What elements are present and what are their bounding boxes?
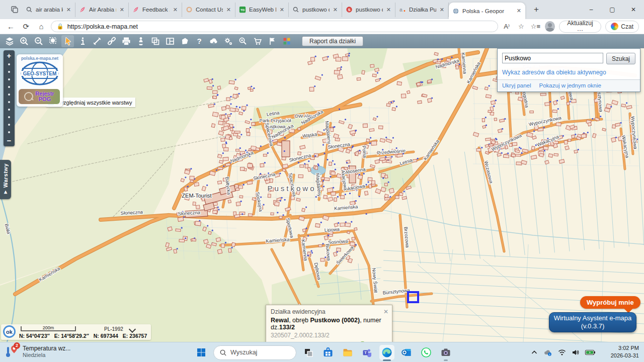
favorites-bar-icon[interactable]: ☆≡ — [530, 21, 541, 32]
tab-close-icon[interactable]: ✕ — [173, 7, 178, 13]
browser-tab[interactable]: Polska - Geopor ✕ — [449, 3, 525, 19]
cloud-upload-tool[interactable] — [207, 35, 220, 47]
favorite-star-icon[interactable]: ☆ — [516, 21, 526, 32]
read-aloud-icon[interactable]: A⁾ — [502, 21, 512, 32]
copy-map-tool[interactable] — [149, 35, 162, 47]
tab-close-icon[interactable]: ✕ — [516, 8, 522, 14]
browser-tab[interactable]: TD EasyWeb Login ✕ — [235, 3, 289, 17]
tab-actions-icon[interactable] — [7, 3, 22, 17]
tab-label: Air Arabia rekla — [89, 7, 116, 13]
store-taskbar-icon[interactable] — [320, 345, 336, 360]
info-close-icon[interactable]: ✕ — [383, 308, 388, 315]
file-explorer-taskbar-icon[interactable] — [340, 345, 355, 360]
close-button[interactable]: ✕ — [623, 0, 644, 19]
onedrive-icon[interactable]: i — [543, 347, 553, 357]
url-field[interactable]: 🔒 https://polska.e-mapa.net — [51, 21, 498, 32]
browser-tab[interactable]: Air Arabia rekla ✕ — [75, 3, 129, 17]
print-tool[interactable] — [120, 35, 132, 47]
browser-tab[interactable]: Contact Us: OM ✕ — [182, 3, 235, 17]
teams-taskbar-icon[interactable]: T — [360, 345, 375, 360]
minimize-button[interactable]: – — [581, 0, 602, 19]
tab-close-icon[interactable]: ✕ — [119, 7, 125, 13]
zoom-track[interactable] — [8, 60, 10, 136]
camera-taskbar-icon[interactable] — [438, 345, 453, 360]
edge-taskbar-icon[interactable] — [379, 345, 394, 360]
zoom-in-tool[interactable] — [18, 35, 30, 47]
pointer-tool[interactable] — [61, 35, 74, 47]
layout-tool[interactable] — [164, 35, 176, 47]
crs-selector[interactable]: PL-1992 — [104, 326, 123, 332]
street-view-tool[interactable] — [134, 35, 147, 47]
address-list-link[interactable]: Wykaz adresów dla obiektu aktywnego — [502, 69, 635, 76]
panel-footer-link[interactable]: Ukryj panel — [502, 82, 531, 88]
profile-avatar[interactable] — [545, 21, 555, 32]
browser-tab[interactable]: a Działka Pustkow ✕ — [395, 3, 449, 17]
link-tool[interactable] — [105, 35, 118, 47]
tab-close-icon[interactable]: ✕ — [279, 7, 285, 13]
maximize-button[interactable]: ▢ — [602, 0, 623, 19]
chevron-up-icon[interactable] — [530, 348, 538, 356]
svg-text:a: a — [399, 7, 403, 13]
polygon-tool[interactable] — [178, 35, 191, 47]
home-icon[interactable]: ⌂ — [35, 21, 47, 33]
tab-close-icon[interactable]: ✕ — [66, 7, 71, 13]
tab-close-icon[interactable]: ✕ — [439, 7, 445, 13]
weather-widget[interactable]: 2 Temperatura wz... Niedziela — [4, 344, 70, 359]
browser-tab[interactable]: S pustkowo dział ✕ — [342, 3, 395, 17]
virtual-assistant-button[interactable]: Wirtualny Asystent e-mapa (v.0.3.7) — [549, 312, 636, 332]
street-label: Park Przyjaciół — [260, 118, 292, 123]
report-parcel-button[interactable]: Raport dla działki — [302, 36, 363, 46]
info-tool[interactable] — [76, 35, 89, 47]
browser-tab[interactable]: air arabia kontak ✕ — [22, 3, 75, 17]
browser-tab[interactable]: pustkowo dział ✕ — [289, 3, 342, 17]
map-image[interactable]: LeśnaPark PrzyjaciółPustkowaOW AlexNadmo… — [0, 48, 644, 342]
layers-tool[interactable] — [3, 35, 16, 47]
browser-tab[interactable]: Feedback / Com ✕ — [129, 3, 182, 17]
chevron-down-icon[interactable] — [129, 326, 136, 333]
search-plus-tool[interactable] — [236, 35, 249, 47]
geoportal-logo[interactable]: polska.e-mapa.net GEO-SYSTEM RejestrPOG — [17, 54, 63, 107]
layers-panel-tab[interactable]: ▼ Warstwy — [0, 160, 11, 199]
zoom-in-button[interactable]: + — [5, 51, 14, 60]
volume-icon[interactable] — [571, 348, 580, 357]
coordinates-readout: N: 54°04′23″E: 14°58′29.2″N: 697344E: 23… — [19, 333, 147, 339]
flag-tool[interactable] — [266, 35, 278, 47]
settings-tool[interactable] — [222, 35, 234, 47]
outlook-taskbar-icon[interactable] — [399, 345, 414, 360]
start-button[interactable] — [194, 345, 209, 360]
shoper-icon: S — [346, 6, 353, 13]
search-input[interactable] — [502, 53, 603, 63]
measure-tool[interactable] — [91, 35, 103, 47]
taskbar-search[interactable]: Wyszukaj — [213, 345, 296, 360]
copilot-chat-button[interactable]: Czat — [605, 21, 639, 33]
battery-icon[interactable] — [585, 348, 596, 356]
wifi-icon[interactable] — [557, 348, 567, 357]
search-icon — [26, 6, 33, 13]
update-browser-button[interactable]: Aktualizuj ··· — [559, 21, 602, 33]
legend-tool[interactable] — [280, 35, 293, 47]
new-tab-button[interactable]: + — [529, 3, 543, 17]
refresh-icon[interactable]: ⟳ — [20, 21, 32, 33]
whatsapp-taskbar-icon[interactable] — [419, 345, 434, 360]
help-tool[interactable]: ? — [193, 35, 205, 47]
tab-close-icon[interactable]: ✕ — [333, 7, 338, 13]
zoom-out-tool[interactable] — [32, 35, 45, 47]
select-area-tool[interactable] — [47, 35, 59, 47]
zoom-slider[interactable]: + − — [4, 50, 15, 146]
tab-label: air arabia kontak — [36, 7, 63, 13]
tab-close-icon[interactable]: ✕ — [226, 7, 231, 13]
task-view-taskbar-icon[interactable] — [301, 345, 316, 360]
cart-tool[interactable] — [251, 35, 264, 47]
back-icon[interactable]: ← — [5, 21, 17, 33]
ok-button[interactable]: ok — [3, 325, 16, 338]
assistant-bubble[interactable]: Wypróbuj mnie — [580, 296, 640, 309]
taskbar-clock[interactable]: 3:02 PM 2026-03-31 — [611, 344, 639, 359]
zoom-out-button[interactable]: − — [5, 136, 14, 145]
panel-footer-link[interactable]: Pokazuj w jednym oknie — [539, 82, 601, 88]
map-canvas[interactable]: LeśnaPark PrzyjaciółPustkowaOW AlexNadmo… — [0, 48, 644, 342]
search-button[interactable]: Szukaj — [606, 53, 635, 64]
tab-close-icon[interactable]: ✕ — [386, 7, 391, 13]
layers-checkbox-label: uwzględniaj wszystkie warstwy — [56, 100, 132, 106]
rejestr-pog-badge[interactable]: RejestrPOG — [19, 89, 60, 104]
allegro-icon: a — [399, 6, 406, 13]
